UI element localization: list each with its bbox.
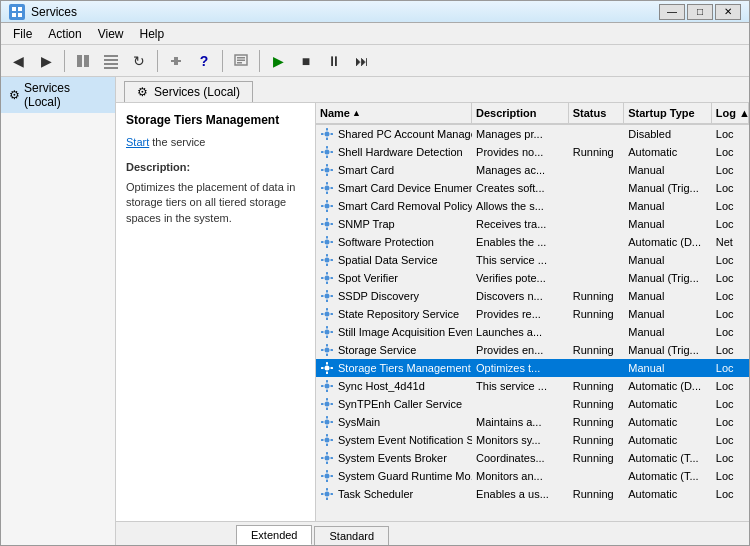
start-link[interactable]: Start [126, 136, 149, 148]
svg-rect-118 [326, 498, 328, 501]
cell-description: Launches a... [472, 323, 569, 341]
svg-rect-120 [331, 493, 334, 495]
cell-service-name: Software Protection [316, 233, 472, 251]
svg-point-26 [325, 168, 330, 173]
table-row[interactable]: SynTPEnh Caller Service Running Automati… [316, 395, 749, 413]
svg-rect-32 [326, 182, 328, 185]
table-row[interactable]: Spot Verifier Verifies pote... Manual (T… [316, 269, 749, 287]
column-header-name[interactable]: Name ▲ [316, 103, 472, 123]
svg-rect-114 [321, 475, 324, 477]
toolbar-separator-2 [157, 50, 158, 72]
tab-standard[interactable]: Standard [314, 526, 389, 545]
table-row[interactable]: Task Scheduler Enables a us... Running A… [316, 485, 749, 503]
restart-button[interactable]: ⏭ [349, 48, 375, 74]
cell-startup-type: Automatic (T... [624, 467, 712, 485]
tab-extended[interactable]: Extended [236, 525, 312, 545]
pause-button[interactable]: ⏸ [321, 48, 347, 74]
svg-rect-42 [326, 218, 328, 221]
table-row[interactable]: State Repository Service Provides re... … [316, 305, 749, 323]
cell-startup-type: Automatic [624, 413, 712, 431]
list-view-button[interactable] [98, 48, 124, 74]
cell-logon: Loc [712, 161, 749, 179]
table-row[interactable]: SysMain Maintains a... Running Automatic… [316, 413, 749, 431]
svg-rect-35 [331, 187, 334, 189]
cell-status: Running [569, 449, 625, 467]
svg-rect-115 [331, 475, 334, 477]
cell-description: Discovers n... [472, 287, 569, 305]
table-row[interactable]: Smart Card Device Enumera... Creates sof… [316, 179, 749, 197]
menu-file[interactable]: File [5, 25, 40, 43]
cell-service-name: System Guard Runtime Mo... [316, 467, 472, 485]
svg-rect-103 [326, 444, 328, 447]
svg-rect-34 [321, 187, 324, 189]
cell-service-name: SNMP Trap [316, 215, 472, 233]
svg-rect-95 [331, 403, 334, 405]
table-row[interactable]: SSDP Discovery Discovers n... Running Ma… [316, 287, 749, 305]
cell-service-name: Spot Verifier [316, 269, 472, 287]
play-button[interactable]: ▶ [265, 48, 291, 74]
table-row[interactable]: Storage Service Provides en... Running M… [316, 341, 749, 359]
menu-help[interactable]: Help [132, 25, 173, 43]
table-row[interactable]: Still Image Acquisition Events Launches … [316, 323, 749, 341]
cell-startup-type: Manual (Trig... [624, 269, 712, 287]
table-row[interactable]: Shell Hardware Detection Provides no... … [316, 143, 749, 161]
table-row[interactable]: System Event Notification S... Monitors … [316, 431, 749, 449]
cell-service-name: Shared PC Account Manager [316, 125, 472, 143]
cell-startup-type: Automatic [624, 395, 712, 413]
svg-rect-89 [321, 385, 324, 387]
table-row[interactable]: Sync Host_4d41d This service ... Running… [316, 377, 749, 395]
table-row[interactable]: Smart Card Manages ac... Manual Loc [316, 161, 749, 179]
column-header-status[interactable]: Status [569, 103, 625, 123]
help-button[interactable]: ? [191, 48, 217, 74]
cell-description: Verifies pote... [472, 269, 569, 287]
column-header-startup[interactable]: Startup Type [624, 103, 712, 123]
maximize-button[interactable]: □ [687, 4, 713, 20]
properties-button[interactable] [163, 48, 189, 74]
show-hide-button[interactable] [70, 48, 96, 74]
stop-button[interactable]: ■ [293, 48, 319, 74]
cell-status [569, 467, 625, 485]
svg-rect-68 [326, 318, 328, 321]
table-row[interactable]: Spatial Data Service This service ... Ma… [316, 251, 749, 269]
cell-status: Running [569, 341, 625, 359]
svg-point-51 [325, 258, 330, 263]
table-row[interactable]: Shared PC Account Manager Manages pr... … [316, 125, 749, 143]
menu-action[interactable]: Action [40, 25, 89, 43]
forward-button[interactable]: ▶ [33, 48, 59, 74]
svg-rect-102 [326, 434, 328, 437]
table-row[interactable]: System Guard Runtime Mo... Monitors an..… [316, 467, 749, 485]
back-button[interactable]: ◀ [5, 48, 31, 74]
cell-description: Enables the ... [472, 233, 569, 251]
cell-description [472, 395, 569, 413]
export-button[interactable] [228, 48, 254, 74]
minimize-button[interactable]: — [659, 4, 685, 20]
table-row[interactable]: Storage Tiers Management Optimizes t... … [316, 359, 749, 377]
refresh-button[interactable]: ↻ [126, 48, 152, 74]
svg-rect-67 [326, 308, 328, 311]
cell-startup-type: Manual (Trig... [624, 179, 712, 197]
table-row[interactable]: SNMP Trap Receives tra... Manual Loc [316, 215, 749, 233]
svg-rect-39 [321, 205, 324, 207]
column-header-logon[interactable]: Log ▲ [712, 103, 749, 123]
cell-logon: Loc [712, 305, 749, 323]
services-tab[interactable]: ⚙ Services (Local) [124, 81, 253, 102]
sidebar-item-services-local[interactable]: ⚙ Services (Local) [1, 77, 115, 113]
service-title: Storage Tiers Management [126, 113, 305, 127]
svg-point-106 [325, 456, 330, 461]
cell-startup-type: Disabled [624, 125, 712, 143]
svg-point-91 [325, 402, 330, 407]
cell-status [569, 359, 625, 377]
svg-rect-62 [326, 290, 328, 293]
services-local-icon: ⚙ [9, 88, 20, 102]
services-list-body[interactable]: Shared PC Account Manager Manages pr... … [316, 125, 749, 521]
close-button[interactable]: ✕ [715, 4, 741, 20]
cell-startup-type: Manual [624, 161, 712, 179]
menu-view[interactable]: View [90, 25, 132, 43]
column-header-description[interactable]: Description [472, 103, 569, 123]
table-row[interactable]: Software Protection Enables the ... Auto… [316, 233, 749, 251]
svg-rect-47 [326, 236, 328, 239]
svg-rect-1 [18, 7, 22, 11]
table-row[interactable]: Smart Card Removal Policy Allows the s..… [316, 197, 749, 215]
svg-rect-64 [321, 295, 324, 297]
table-row[interactable]: System Events Broker Coordinates... Runn… [316, 449, 749, 467]
